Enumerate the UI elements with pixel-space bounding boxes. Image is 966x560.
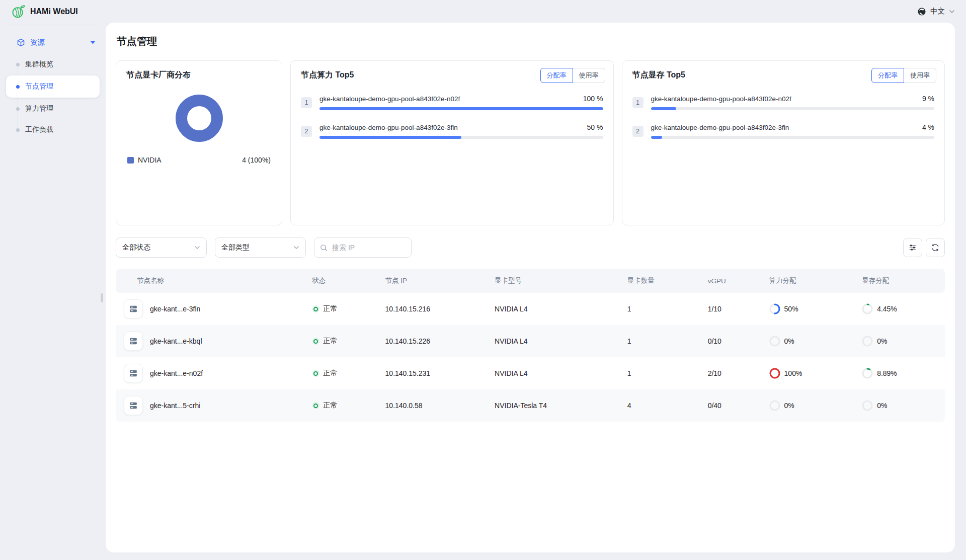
top5-main: gke-kantaloupe-demo-gpu-pool-a843f02e-3f… [319,123,603,139]
page-title: 节点管理 [117,35,945,48]
toggle-allocation-rate[interactable]: 分配率 [871,68,904,83]
chevron-down-icon [949,10,955,14]
node-name: gke-kant...e-kbql [150,337,202,345]
search-ip-input[interactable] [331,243,406,252]
memory-ring-icon [862,368,873,379]
table-row[interactable]: gke-kant...e-kbql 正常 10.140.15.226 NVIDI… [116,325,945,357]
node-name: gke-kant...e-3fln [150,305,200,313]
nodes-table: 节点名称 状态 节点 IP 显卡型号 显卡数量 vGPU 算力分配 显存分配 g… [116,269,945,422]
toggle-allocation-rate[interactable]: 分配率 [540,68,573,83]
sidebar-group-label: 资源 [30,38,45,47]
vgpu-ratio: 0/10 [708,337,769,345]
chevron-down-icon [194,246,200,250]
app-title: HAMi WebUI [30,7,78,16]
gpu-count: 1 [627,369,708,377]
compute-ring-icon [769,336,780,347]
status-ok-icon [312,370,319,377]
compute-alloc-cell: 0% [769,400,862,411]
status-ok-icon [312,402,319,409]
rank-badge: 2 [301,126,312,137]
status-label: 正常 [324,369,338,378]
node-ip: 10.140.15.216 [385,305,495,313]
gpu-model: NVIDIA L4 [495,305,627,313]
node-value: 50 % [587,123,603,131]
node-value: 9 % [922,95,934,103]
memory-ring-icon [862,303,873,314]
compute-alloc-cell: 0% [769,336,862,347]
app-brand: HAMi WebUI [11,5,78,19]
node-name: gke-kantaloupe-demo-gpu-pool-a843f02e-n0… [651,95,791,103]
col-memory-alloc: 显存分配 [862,276,945,285]
node-name-cell: gke-kant...e-n02f [116,364,312,383]
server-icon [124,299,143,318]
cube-icon [17,38,25,47]
memory-alloc-value: 4.45% [877,305,897,313]
table-row[interactable]: gke-kant...5-crhi 正常 10.140.0.58 NVIDIA-… [116,389,945,422]
memory-top5-list: 1 gke-kantaloupe-demo-gpu-pool-a843f02e-… [632,95,935,139]
sidebar-item-default[interactable]: 算力管理 [6,99,100,119]
gpu-count: 1 [627,305,708,313]
compute-alloc-value: 100% [784,369,802,377]
server-icon [124,364,143,383]
node-name-cell: gke-kant...e-3fln [116,299,312,318]
status-label: 正常 [324,304,338,313]
status-select-value: 全部状态 [122,243,150,252]
status-ok-icon [312,338,319,345]
table-row[interactable]: gke-kant...e-3fln 正常 10.140.15.216 NVIDI… [116,293,945,325]
toggle-usage-rate[interactable]: 使用率 [573,68,605,83]
legend-value: 4 (100%) [242,156,271,164]
sidebar-item-default[interactable]: 工作负载 [6,120,100,140]
table-body: gke-kant...e-3fln 正常 10.140.15.216 NVIDI… [116,293,945,422]
col-status: 状态 [312,276,385,285]
caret-down-icon[interactable] [90,41,96,44]
node-name: gke-kantaloupe-demo-gpu-pool-a843f02e-n0… [319,95,460,103]
server-icon [124,332,143,351]
sidebar-item-active[interactable]: 节点管理 [6,75,100,98]
progress-fill [319,107,603,110]
rate-toggle: 分配率 使用率 [871,68,936,83]
refresh-button[interactable] [926,238,945,257]
sidebar-item-label: 集群概览 [25,60,53,69]
panel-resize-handle[interactable] [101,293,103,302]
refresh-icon [931,243,940,252]
col-vgpu: vGPU [708,277,769,285]
search-box [314,237,412,258]
vgpu-ratio: 1/10 [708,305,769,313]
node-name-cell: gke-kant...e-kbql [116,332,312,351]
progress-track [319,136,603,139]
memory-alloc-value: 8.89% [877,369,897,377]
gpu-model: NVIDIA-Tesla T4 [495,402,627,410]
sidebar-item-label: 算力管理 [25,104,53,113]
table-header: 节点名称 状态 节点 IP 显卡型号 显卡数量 vGPU 算力分配 显存分配 [116,269,945,293]
top5-row: 2 gke-kantaloupe-demo-gpu-pool-a843f02e-… [632,123,935,139]
language-switcher[interactable]: 中文 [917,7,955,16]
compute-ring-icon [769,400,780,411]
timeline-dot-icon [16,63,20,66]
column-settings-button[interactable] [903,238,922,257]
status-select[interactable]: 全部状态 [116,237,207,258]
language-label: 中文 [930,7,945,16]
rank-badge: 1 [632,97,643,108]
gpu-count: 4 [627,402,708,410]
sidebar-item-default[interactable]: 集群概览 [6,54,100,74]
sidebar-group-resources[interactable]: 资源 [0,32,106,52]
progress-track [651,107,935,110]
top5-row: 2 gke-kantaloupe-demo-gpu-pool-a843f02e-… [301,123,603,139]
top5-main: gke-kantaloupe-demo-gpu-pool-a843f02e-n0… [319,95,603,110]
status-label: 正常 [324,337,338,346]
toggle-usage-rate[interactable]: 使用率 [904,68,936,83]
type-select[interactable]: 全部类型 [215,237,306,258]
node-name: gke-kant...5-crhi [150,402,200,410]
node-name: gke-kantaloupe-demo-gpu-pool-a843f02e-3f… [651,124,789,131]
top5-main: gke-kantaloupe-demo-gpu-pool-a843f02e-n0… [651,95,935,110]
memory-alloc-value: 0% [877,337,887,345]
chevron-down-icon [293,246,299,250]
node-name: gke-kant...e-n02f [150,369,203,377]
table-row[interactable]: gke-kant...e-n02f 正常 10.140.15.231 NVIDI… [116,357,945,389]
vendor-legend: NVIDIA 4 (100%) [126,156,272,164]
rank-badge: 2 [632,126,643,137]
compute-ring-icon [769,303,780,314]
globe-icon [917,7,926,16]
progress-fill [651,107,677,110]
vgpu-ratio: 0/40 [708,402,769,410]
